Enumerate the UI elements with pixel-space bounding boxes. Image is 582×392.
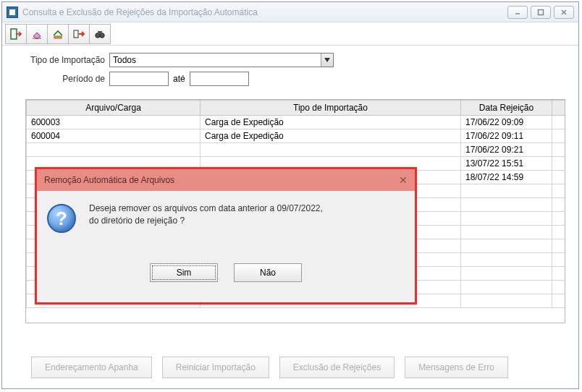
reiniciar-button[interactable]: Reiniciar Importação	[162, 357, 269, 378]
table-row[interactable]: 17/06/22 09:21	[27, 143, 565, 157]
titlebar: Consulta e Exclusão de Rejeições da Impo…	[2, 2, 578, 22]
col-end-header	[552, 101, 565, 116]
svg-rect-0	[9, 9, 15, 15]
cell-data	[461, 212, 552, 226]
tipo-label: Tipo de Importação	[15, 55, 109, 65]
svg-marker-13	[324, 58, 330, 62]
cell-end	[552, 267, 565, 281]
col-tipo-header[interactable]: Tipo de Importação	[201, 101, 461, 116]
export-icon[interactable]	[68, 24, 90, 44]
cell-end	[552, 212, 565, 226]
tipo-combo[interactable]: Todos	[109, 53, 334, 67]
col-arquivo-header[interactable]: Arquivo/Carga	[27, 101, 201, 116]
cell-end	[552, 226, 565, 239]
svg-rect-2	[539, 9, 544, 14]
cell-data	[461, 281, 552, 294]
dialog-line1: Deseja remover os arquivos com data ante…	[89, 203, 323, 215]
col-data-header[interactable]: Data Rejeição	[461, 101, 552, 116]
periodo-label: Período de	[15, 74, 109, 84]
cell-end	[552, 143, 565, 157]
dialog-title: Remoção Automática de Arquivos	[44, 175, 174, 185]
dialog-line2: do diretório de rejeição ?	[89, 215, 323, 227]
app-icon	[7, 7, 18, 18]
maximize-button[interactable]	[531, 6, 551, 19]
cell-data	[461, 253, 552, 267]
cell-end	[552, 116, 565, 129]
cell-tipo	[201, 143, 461, 157]
svg-rect-5	[11, 29, 17, 39]
save-icon[interactable]	[47, 24, 69, 44]
ate-label: até	[173, 74, 185, 84]
eraser-icon[interactable]	[26, 24, 48, 44]
chevron-down-icon[interactable]	[321, 54, 333, 67]
cell-end	[552, 157, 565, 171]
tipo-combo-value: Todos	[113, 55, 136, 65]
dialog-close-icon[interactable]: ✕	[399, 174, 408, 186]
cell-data: 17/06/22 09:11	[461, 129, 552, 143]
table-row[interactable]: 600003Carga de Expedição17/06/22 09:09	[27, 116, 565, 129]
cell-end	[552, 281, 565, 294]
mensagens-button[interactable]: Mensagens de Erro	[405, 357, 508, 378]
footer-buttons: Endereçamento Apanha Reiniciar Importaçã…	[31, 357, 508, 378]
exit-icon[interactable]	[5, 24, 27, 44]
cell-tipo: Carga de Expedição	[201, 129, 461, 143]
cell-data	[461, 198, 552, 212]
cell-data	[461, 267, 552, 281]
cell-data	[461, 239, 552, 253]
cell-data: 18/07/22 14:59	[461, 171, 552, 184]
cell-data: 13/07/22 15:51	[461, 157, 552, 171]
dialog-no-button[interactable]: Não	[234, 263, 302, 282]
cell-data: 17/06/22 09:21	[461, 143, 552, 157]
exclusao-button[interactable]: Exclusão de Rejeições	[279, 357, 395, 378]
close-button[interactable]	[554, 6, 574, 19]
dialog-yes-button[interactable]: Sim	[150, 263, 218, 282]
cell-end	[552, 239, 565, 253]
minimize-button[interactable]	[507, 6, 528, 19]
svg-rect-12	[98, 31, 102, 34]
periodo-to-input[interactable]	[190, 72, 249, 86]
cell-end	[552, 129, 565, 143]
cell-data	[461, 226, 552, 239]
cell-data	[461, 294, 552, 308]
cell-data: 17/06/22 09:09	[461, 116, 552, 129]
confirm-dialog: Remoção Automática de Arquivos ✕ ? Desej…	[35, 167, 417, 304]
cell-data	[461, 184, 552, 198]
question-icon: ?	[47, 204, 76, 233]
filter-form: Tipo de Importação Todos Período de até	[2, 46, 578, 95]
cell-arquivo: 600003	[27, 116, 201, 129]
enderecamento-button[interactable]: Endereçamento Apanha	[31, 357, 152, 378]
table-row[interactable]: 600004Carga de Expedição17/06/22 09:11	[27, 129, 565, 143]
toolbar	[2, 22, 578, 46]
binoculars-icon[interactable]	[89, 24, 111, 44]
svg-rect-8	[54, 36, 62, 38]
cell-end	[552, 171, 565, 184]
window-title: Consulta e Exclusão de Rejeições da Impo…	[22, 7, 258, 17]
cell-arquivo	[27, 143, 201, 157]
cell-arquivo: 600004	[27, 129, 201, 143]
cell-end	[552, 253, 565, 267]
svg-rect-9	[74, 30, 78, 38]
cell-tipo: Carga de Expedição	[201, 116, 461, 129]
cell-end	[552, 294, 565, 308]
periodo-from-input[interactable]	[109, 72, 169, 86]
cell-end	[552, 198, 565, 212]
main-window: Consulta e Exclusão de Rejeições da Impo…	[1, 1, 579, 389]
cell-end	[552, 184, 565, 198]
